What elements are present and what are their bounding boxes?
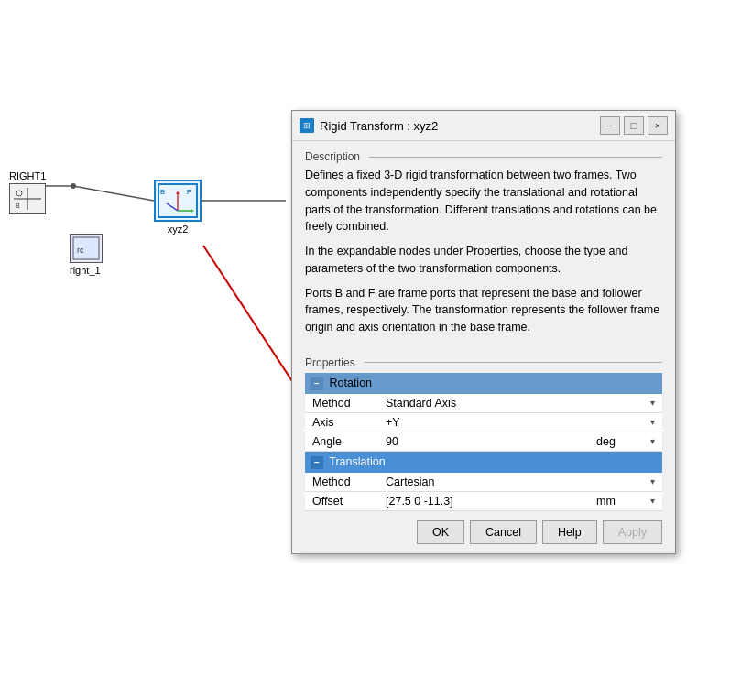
translation-group-cell: − Translation xyxy=(305,451,662,473)
properties-section-label: Properties xyxy=(305,356,662,369)
rotation-axis-label: Axis xyxy=(305,412,378,432)
rotation-angle-dropdown[interactable]: ▾ xyxy=(650,436,655,446)
svg-text:rc: rc xyxy=(77,246,84,255)
cancel-button[interactable]: Cancel xyxy=(470,520,537,544)
description-text: Defines a fixed 3-D rigid transformation… xyxy=(305,167,662,344)
translation-offset-label: Offset xyxy=(305,491,378,510)
translation-collapse-icon[interactable]: − xyxy=(311,456,323,469)
block-right1-sub[interactable]: rc right_1 xyxy=(70,234,103,276)
rotation-method-label: Method xyxy=(305,394,378,413)
svg-text:B: B xyxy=(16,202,20,209)
rotation-group-label: Rotation xyxy=(329,377,372,389)
title-bar-left: ⊞ Rigid Transform : xyz2 xyxy=(300,118,438,133)
svg-text:F: F xyxy=(187,189,191,195)
translation-offset-value-cell[interactable]: [27.5 0 -11.3] xyxy=(378,491,589,510)
rotation-angle-unit: deg xyxy=(596,435,616,448)
rotation-method-value-cell[interactable]: Standard Axis ▾ xyxy=(378,394,662,413)
rotation-angle-row: Angle 90 deg ▾ xyxy=(305,432,662,451)
translation-method-row: Method Cartesian ▾ xyxy=(305,473,662,492)
rotation-angle-value-cell[interactable]: 90 xyxy=(378,432,589,451)
title-bar[interactable]: ⊞ Rigid Transform : xyz2 − □ × xyxy=(292,111,675,141)
rotation-angle-label: Angle xyxy=(305,432,378,451)
block-xyz2-box[interactable]: B F xyxy=(154,180,202,222)
rotation-angle-unit-cell[interactable]: deg ▾ xyxy=(589,432,662,451)
translation-offset-value: [27.5 0 -11.3] xyxy=(386,495,453,508)
rotation-axis-dropdown[interactable]: ▾ xyxy=(650,417,655,427)
rotation-method-dropdown[interactable]: ▾ xyxy=(650,398,655,408)
apply-button[interactable]: Apply xyxy=(603,520,662,544)
title-bar-controls: − □ × xyxy=(600,116,668,135)
svg-point-7 xyxy=(16,191,22,196)
ok-button[interactable]: OK xyxy=(417,520,464,544)
block-right1[interactable]: RIGHT1 B xyxy=(9,170,46,214)
rotation-group-cell: − Rotation xyxy=(305,373,662,394)
properties-section: Properties − Rotation Method xyxy=(305,356,662,511)
dialog-title: Rigid Transform : xyz2 xyxy=(320,119,438,133)
translation-group-header[interactable]: − Translation xyxy=(305,451,662,473)
minimize-button[interactable]: − xyxy=(600,116,620,135)
svg-text:B: B xyxy=(160,189,165,195)
translation-method-dropdown[interactable]: ▾ xyxy=(650,476,655,487)
rotation-angle-value: 90 xyxy=(386,435,398,448)
rotation-axis-value-cell[interactable]: +Y ▾ xyxy=(378,412,662,432)
translation-offset-unit: mm xyxy=(596,495,616,508)
rotation-collapse-icon[interactable]: − xyxy=(311,377,323,390)
rotation-group-header[interactable]: − Rotation xyxy=(305,373,662,394)
desc-para-3: Ports B and F are frame ports that repre… xyxy=(305,285,662,336)
help-button[interactable]: Help xyxy=(542,520,597,544)
desc-para-2: In the expandable nodes under Properties… xyxy=(305,243,662,278)
description-section-label: Description xyxy=(305,150,662,163)
maximize-button[interactable]: □ xyxy=(624,116,644,135)
block-xyz2[interactable]: B F xyz2 xyxy=(154,180,202,235)
block-xyz2-label: xyz2 xyxy=(168,224,189,235)
block-right1-label: RIGHT1 xyxy=(9,170,46,181)
dialog-body: Description Defines a fixed 3-D rigid tr… xyxy=(292,141,675,511)
properties-table: − Rotation Method Standard Axis ▾ xyxy=(305,373,662,511)
block-right1-sub-box[interactable]: rc xyxy=(70,234,103,263)
rotation-axis-value: +Y xyxy=(386,416,400,429)
translation-offset-unit-cell[interactable]: mm ▾ xyxy=(589,491,662,510)
rotation-method-value: Standard Axis xyxy=(386,397,456,410)
dialog-icon: ⊞ xyxy=(300,118,314,133)
translation-method-label: Method xyxy=(305,473,378,492)
translation-offset-row: Offset [27.5 0 -11.3] mm ▾ xyxy=(305,491,662,510)
desc-para-1: Defines a fixed 3-D rigid transformation… xyxy=(305,167,662,235)
dialog-footer: OK Cancel Help Apply xyxy=(292,511,675,553)
rotation-method-row: Method Standard Axis ▾ xyxy=(305,394,662,413)
translation-method-value: Cartesian xyxy=(386,476,435,488)
dialog-rigid-transform: ⊞ Rigid Transform : xyz2 − □ × Descripti… xyxy=(291,110,676,554)
translation-group-label: Translation xyxy=(329,455,385,468)
translation-method-value-cell[interactable]: Cartesian ▾ xyxy=(378,473,662,492)
close-button[interactable]: × xyxy=(648,116,668,135)
translation-offset-dropdown[interactable]: ▾ xyxy=(650,496,655,506)
block-right1-sub-label: right_1 xyxy=(70,265,103,276)
rotation-axis-row: Axis +Y ▾ xyxy=(305,412,662,432)
block-right1-box[interactable]: B xyxy=(9,183,46,214)
